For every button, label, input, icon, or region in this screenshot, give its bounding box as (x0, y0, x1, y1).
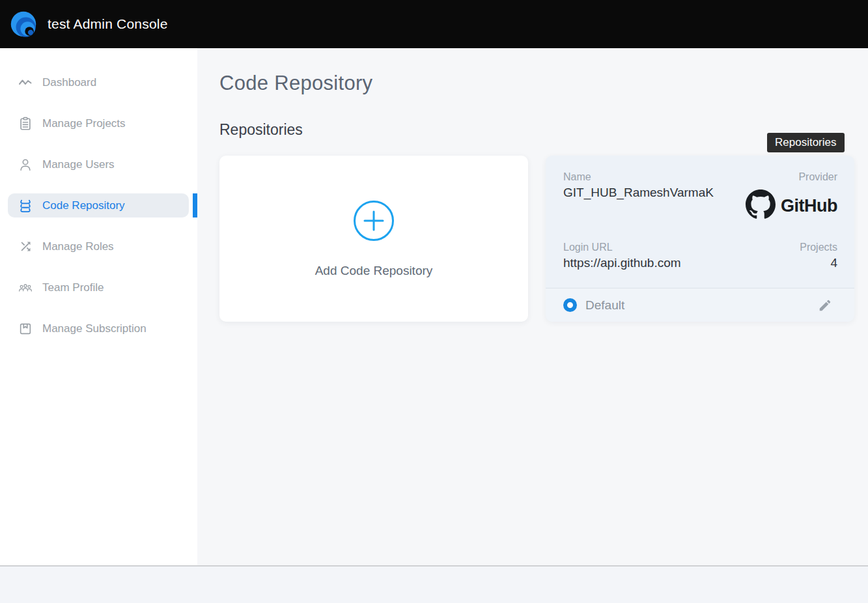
page-title: Code Repository (219, 72, 868, 95)
repo-card-footer: Default (546, 288, 854, 322)
default-label: Default (585, 298, 624, 313)
team-icon (18, 281, 33, 295)
sidebar-item-team-profile[interactable]: Team Profile (8, 275, 189, 300)
sidebar-item-label: Manage Projects (42, 117, 126, 130)
repo-name-field: Name GIT_HUB_RameshVarmaK (563, 171, 714, 222)
sidebar-item-dashboard[interactable]: Dashboard (8, 70, 189, 94)
plus-circle-icon[interactable] (353, 200, 395, 244)
app-title: test Admin Console (48, 16, 168, 32)
repositories-tooltip: Repositories (767, 133, 845, 152)
add-code-repository-card[interactable]: Add Code Repository (219, 156, 528, 322)
login-url-value: https://api.github.com (563, 256, 681, 270)
save-icon (18, 322, 33, 336)
sidebar-item-label: Manage Roles (42, 240, 114, 253)
default-radio[interactable] (563, 298, 577, 312)
shuffle-icon (18, 240, 33, 254)
repo-provider-field: Provider GitHub (746, 171, 837, 222)
sidebar-item-label: Manage Subscription (42, 322, 147, 335)
sidebar-item-manage-subscription[interactable]: Manage Subscription (8, 316, 189, 341)
repository-stack-icon (18, 199, 33, 213)
wave-logo-icon (9, 10, 38, 38)
name-value: GIT_HUB_RameshVarmaK (563, 186, 714, 200)
add-card-label: Add Code Repository (315, 264, 433, 278)
repository-card: Name GIT_HUB_RameshVarmaK Provider (546, 156, 854, 322)
activity-icon (18, 76, 33, 90)
clipboard-icon (18, 117, 33, 131)
sidebar-item-code-repository[interactable]: Code Repository (8, 193, 189, 217)
topbar: test Admin Console (0, 0, 868, 48)
login-url-label: Login URL (563, 242, 681, 253)
github-icon (746, 189, 776, 222)
sidebar-item-manage-roles[interactable]: Manage Roles (8, 234, 189, 259)
footer-band (0, 565, 868, 603)
projects-label: Projects (800, 242, 837, 253)
name-label: Name (563, 171, 714, 183)
sidebar-item-label: Code Repository (42, 199, 125, 212)
sidebar-item-label: Dashboard (42, 76, 96, 89)
sidebar: Dashboard Manage Projects (0, 48, 197, 565)
sidebar-item-label: Team Profile (42, 281, 104, 294)
user-icon (18, 158, 33, 172)
repo-projects-field: Projects 4 (800, 242, 837, 270)
sidebar-item-manage-projects[interactable]: Manage Projects (8, 111, 189, 135)
repository-cards: Add Code Repository Name GIT_HUB_RameshV… (219, 156, 868, 322)
repo-login-url-field: Login URL https://api.github.com (563, 242, 681, 270)
sidebar-item-manage-users[interactable]: Manage Users (8, 152, 189, 176)
pencil-icon[interactable] (818, 298, 833, 313)
sidebar-item-label: Manage Users (42, 158, 115, 171)
github-wordmark: GitHub (781, 196, 837, 216)
projects-count: 4 (800, 256, 837, 270)
main-content: Code Repository Repositories Add Code Re… (197, 48, 868, 565)
github-logo: GitHub (746, 189, 837, 222)
provider-label: Provider (746, 171, 837, 183)
